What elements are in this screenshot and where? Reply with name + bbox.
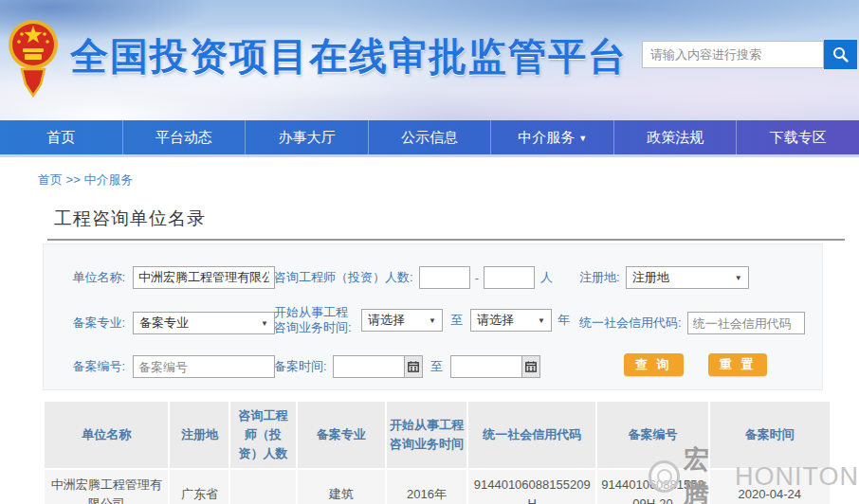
unit-name-group: 单位名称: (61, 265, 275, 290)
engineer-count-unit: 人 (540, 269, 553, 286)
start-time-label-line1: 开始从事工程 (274, 305, 348, 319)
column-header-record-time: 备案时间 (710, 402, 830, 468)
cell-start-time: 2016年 (387, 470, 466, 504)
engineer-count-label: 咨询工程师（投资）人数: (274, 269, 413, 286)
column-header-register-area: 注册地 (170, 402, 228, 468)
header-search (642, 40, 857, 69)
record-time-group: 备案时间: 至 (274, 354, 540, 379)
start-year-from-select[interactable]: 请选择 ▼ (361, 309, 443, 332)
year-unit: 年 (557, 312, 570, 329)
cell-record-major: 建筑 (298, 470, 385, 504)
calendar-icon (525, 361, 537, 372)
selected-value: 请选择 (368, 312, 405, 329)
credit-code-label: 统一社会信用代码: (579, 315, 682, 332)
nav-item-home[interactable]: 首页 (0, 120, 123, 154)
nav-label: 平台动态 (155, 129, 212, 145)
chevron-down-icon: ▼ (735, 274, 742, 282)
cell-record-time: 2020-04-24 (710, 470, 830, 504)
nav-item-downloads[interactable]: 下载专区 (737, 120, 859, 154)
record-number-group: 备案编号: (61, 354, 275, 379)
column-header-unit-name: 单位名称 (45, 402, 168, 468)
column-header-record-major: 备案专业 (298, 402, 385, 468)
cell-unit-name: 中洲宏腾工程管理有限公司 (45, 470, 168, 504)
title-divider (47, 239, 845, 241)
breadcrumb[interactable]: 首页 >> 中介服务 (38, 171, 133, 189)
table-header-row: 单位名称 注册地 咨询工程师（投资）人数 备案专业 开始从事工程咨询业务时间 统… (45, 402, 830, 468)
record-number-label: 备案编号: (61, 358, 125, 375)
record-time-from-input[interactable] (333, 355, 405, 378)
query-button[interactable]: 查 询 (624, 353, 684, 376)
to-connector: 至 (450, 312, 463, 329)
cell-register-area: 广东省 (170, 470, 228, 504)
site-title: 全国投资项目在线审批监管平台 (70, 30, 628, 82)
form-actions: 查 询 重 置 (624, 352, 767, 377)
start-time-label: 开始从事工程 咨询业务时间: (274, 305, 356, 335)
start-time-label-line2: 咨询业务时间: (274, 320, 352, 334)
column-header-record-number: 备案编号 (597, 402, 707, 468)
main-nav: 首页 平台动态 办事大厅 公示信息 中介服务▼ 政策法规 下载专区 (0, 120, 859, 157)
unit-name-input[interactable] (133, 266, 275, 289)
chevron-down-icon: ▼ (261, 319, 268, 328)
chevron-down-icon: ▼ (538, 316, 545, 325)
credit-code-group: 统一社会信用代码: (579, 311, 805, 335)
record-number-input[interactable] (133, 355, 275, 378)
calendar-from-button[interactable] (404, 355, 423, 378)
search-button[interactable] (824, 40, 857, 69)
nav-item-platform-news[interactable]: 平台动态 (123, 120, 247, 154)
calendar-to-button[interactable] (521, 355, 540, 378)
engineer-count-group: 咨询工程师（投资）人数: - 人 (274, 265, 553, 290)
register-area-label: 注册地: (579, 269, 620, 286)
cell-credit-code: 91440106088155209H (468, 470, 595, 504)
selected-value: 注册地 (632, 269, 669, 286)
nav-label: 公示信息 (401, 129, 458, 145)
national-emblem-icon (8, 10, 59, 101)
engineer-count-max-input[interactable] (484, 266, 535, 289)
nav-item-intermediary-service[interactable]: 中介服务▼ (491, 120, 614, 154)
search-input[interactable] (642, 41, 824, 68)
cell-record-number: 91440106088155209H-20 (597, 470, 707, 504)
record-major-select[interactable]: 备案专业 ▼ (133, 312, 275, 334)
column-header-start-time: 开始从事工程咨询业务时间 (387, 402, 466, 468)
cell-engineer-count (230, 470, 295, 504)
nav-item-service-hall[interactable]: 办事大厅 (246, 120, 369, 154)
record-time-label: 备案时间: (274, 358, 327, 375)
selected-value: 请选择 (477, 312, 514, 329)
selected-value: 备案专业 (139, 315, 189, 332)
record-major-group: 备案专业: 备案专业 ▼ (61, 311, 275, 335)
search-icon (832, 46, 849, 63)
nav-item-public-info[interactable]: 公示信息 (369, 120, 492, 154)
reset-button[interactable]: 重 置 (708, 353, 768, 376)
results-table: 单位名称 注册地 咨询工程师（投资）人数 备案专业 开始从事工程咨询业务时间 统… (43, 400, 832, 504)
nav-label: 办事大厅 (278, 129, 335, 145)
calendar-icon (408, 361, 419, 372)
column-header-engineer-count: 咨询工程师（投资）人数 (230, 402, 295, 468)
nav-label: 中介服务 (518, 129, 575, 145)
table-row: 中洲宏腾工程管理有限公司 广东省 建筑 2016年 91440106088155… (45, 470, 830, 504)
range-separator: - (475, 271, 479, 285)
start-year-to-select[interactable]: 请选择 ▼ (470, 309, 552, 332)
nav-label: 下载专区 (770, 129, 827, 145)
record-time-to-input[interactable] (450, 355, 522, 378)
to-connector: 至 (430, 358, 443, 375)
nav-label: 政策法规 (647, 129, 704, 145)
chevron-down-icon: ▼ (429, 316, 436, 325)
register-area-select[interactable]: 注册地 ▼ (626, 266, 749, 289)
filter-panel: 单位名称: 咨询工程师（投资）人数: - 人 注册地: 注册地 ▼ 备案专业: … (43, 243, 823, 390)
nav-label: 首页 (46, 129, 75, 145)
page-title: 工程咨询单位名录 (54, 207, 206, 231)
unit-name-label: 单位名称: (61, 269, 125, 286)
page: 全国投资项目在线审批监管平台 首页 平台动态 办事大厅 公示信息 中介服务▼ 政… (0, 0, 859, 504)
start-time-group: 开始从事工程 咨询业务时间: 请选择 ▼ 至 请选择 ▼ 年 (274, 303, 570, 337)
credit-code-input[interactable] (687, 312, 805, 334)
chevron-down-icon: ▼ (578, 134, 587, 143)
nav-item-policies[interactable]: 政策法规 (614, 120, 738, 154)
register-area-group: 注册地: 注册地 ▼ (579, 265, 749, 290)
site-header: 全国投资项目在线审批监管平台 (0, 0, 859, 120)
column-header-credit-code: 统一社会信用代码 (468, 402, 595, 468)
record-major-label: 备案专业: (61, 315, 125, 332)
engineer-count-min-input[interactable] (419, 266, 470, 289)
